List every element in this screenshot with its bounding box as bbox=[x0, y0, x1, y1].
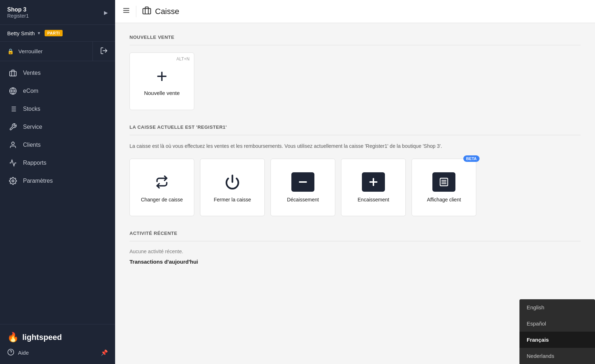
decaissement-card[interactable]: Décaissement bbox=[271, 159, 335, 216]
changer-caisse-card[interactable]: Changer de caisse bbox=[130, 159, 194, 216]
fermer-caisse-card[interactable]: Fermer la caisse bbox=[200, 159, 265, 216]
rapports-icon bbox=[9, 159, 17, 167]
lang-nederlands[interactable]: Nederlands bbox=[519, 348, 595, 364]
swap-icon bbox=[150, 172, 173, 192]
sidebar-item-clients[interactable]: Clients bbox=[0, 136, 115, 154]
svg-rect-1 bbox=[10, 71, 16, 76]
svg-rect-17 bbox=[143, 8, 151, 14]
plus-icon: + bbox=[156, 67, 167, 86]
sidebar-item-service[interactable]: Service bbox=[0, 118, 115, 136]
register-section-header: LA CAISSE ACTUELLE EST 'REGISTER1' bbox=[130, 124, 581, 135]
parametres-icon bbox=[9, 177, 17, 185]
nouvelle-vente-card[interactable]: ALT+N + Nouvelle vente bbox=[130, 53, 194, 110]
transactions-title: Transactions d'aujourd'hui bbox=[130, 259, 581, 265]
language-dropdown: English Español Français Nederlands bbox=[519, 299, 595, 364]
status-badge: PARTI bbox=[45, 30, 63, 36]
main-nav: Ventes eCom Stocks Service Clients bbox=[0, 61, 115, 324]
user-dropdown-icon: ▼ bbox=[37, 31, 41, 35]
user-section: Betty Smith ▼ PARTI bbox=[0, 25, 115, 42]
list-icon bbox=[432, 172, 455, 192]
register-name: Register1 bbox=[7, 13, 29, 19]
logo-flame-icon: 🔥 bbox=[7, 332, 19, 343]
service-icon bbox=[9, 123, 17, 131]
recent-activity-section: ACTIVITÉ RÉCENTE Aucune activité récente… bbox=[130, 231, 581, 265]
sidebar-item-rapports[interactable]: Rapports bbox=[0, 154, 115, 172]
ecom-icon bbox=[9, 87, 17, 95]
svg-point-11 bbox=[12, 180, 14, 182]
plus-circle-icon bbox=[362, 172, 385, 192]
lang-english[interactable]: English bbox=[519, 299, 595, 315]
register-section: LA CAISSE ACTUELLE EST 'REGISTER1' La ca… bbox=[130, 124, 581, 216]
hamburger-icon[interactable] bbox=[122, 6, 130, 16]
lock-icon: 🔒 bbox=[7, 48, 14, 55]
page-title: Caisse bbox=[142, 6, 179, 17]
user-name[interactable]: Betty Smith ▼ bbox=[7, 30, 41, 36]
sidebar-item-ventes[interactable]: Ventes bbox=[0, 64, 115, 82]
encaissement-card[interactable]: Encaissement bbox=[341, 159, 406, 216]
topbar: Caisse bbox=[115, 0, 595, 23]
pin-button[interactable]: 📌 bbox=[101, 349, 108, 356]
caisse-icon bbox=[142, 6, 151, 17]
ventes-icon bbox=[9, 69, 17, 77]
sidebar-header: Shop 3 Register1 ▶ bbox=[0, 0, 115, 25]
topbar-divider bbox=[136, 6, 136, 17]
footer-actions: Aide 📌 bbox=[7, 349, 108, 357]
lang-espanol[interactable]: Español bbox=[519, 315, 595, 332]
pin-icon: 📌 bbox=[101, 350, 108, 356]
stocks-icon bbox=[9, 105, 17, 113]
no-activity-text: Aucune activité récente. bbox=[130, 249, 581, 254]
logout-button[interactable] bbox=[93, 42, 115, 61]
nouvelle-vente-label: Nouvelle vente bbox=[144, 90, 180, 96]
sidebar: Shop 3 Register1 ▶ Betty Smith ▼ PARTI 🔒… bbox=[0, 0, 115, 364]
lang-francais[interactable]: Français bbox=[519, 332, 595, 348]
power-icon bbox=[221, 172, 244, 192]
lock-button[interactable]: 🔒 Verrouiller bbox=[0, 42, 93, 61]
sidebar-item-parametres[interactable]: Paramètres bbox=[0, 172, 115, 190]
register-description: La caisse est là où vous effectuez les v… bbox=[130, 142, 453, 150]
affichage-client-card[interactable]: BETA Affichage client bbox=[412, 159, 476, 216]
lock-section: 🔒 Verrouiller bbox=[0, 42, 115, 61]
changer-caisse-label: Changer de caisse bbox=[141, 197, 183, 203]
shop-name: Shop 3 bbox=[7, 6, 29, 13]
logout-icon bbox=[100, 47, 108, 56]
svg-point-10 bbox=[12, 142, 14, 145]
shop-info: Shop 3 Register1 bbox=[7, 6, 29, 19]
recent-activity-header: ACTIVITÉ RÉCENTE bbox=[130, 231, 581, 241]
sidebar-item-stocks[interactable]: Stocks bbox=[0, 100, 115, 118]
sidebar-item-ecom[interactable]: eCom bbox=[0, 82, 115, 100]
action-cards: Changer de caisse Fermer la caisse bbox=[130, 159, 581, 216]
minus-icon bbox=[291, 172, 314, 192]
sidebar-footer: 🔥 lightspeed Aide 📌 bbox=[0, 324, 115, 364]
shortcut-hint: ALT+N bbox=[176, 56, 190, 62]
fermer-caisse-label: Fermer la caisse bbox=[214, 197, 251, 203]
affichage-client-label: Affichage client bbox=[427, 197, 461, 203]
decaissement-label: Décaissement bbox=[287, 197, 319, 203]
nouvelle-vente-section: NOUVELLE VENTE ALT+N + Nouvelle vente bbox=[130, 35, 581, 110]
clients-icon bbox=[9, 141, 17, 149]
encaissement-label: Encaissement bbox=[358, 197, 389, 203]
beta-badge: BETA bbox=[463, 155, 480, 162]
sidebar-expand-icon[interactable]: ▶ bbox=[104, 10, 108, 15]
nouvelle-vente-header: NOUVELLE VENTE bbox=[130, 35, 581, 45]
lightspeed-logo: 🔥 lightspeed bbox=[7, 332, 108, 343]
help-icon bbox=[7, 349, 14, 357]
help-button[interactable]: Aide bbox=[7, 349, 29, 357]
